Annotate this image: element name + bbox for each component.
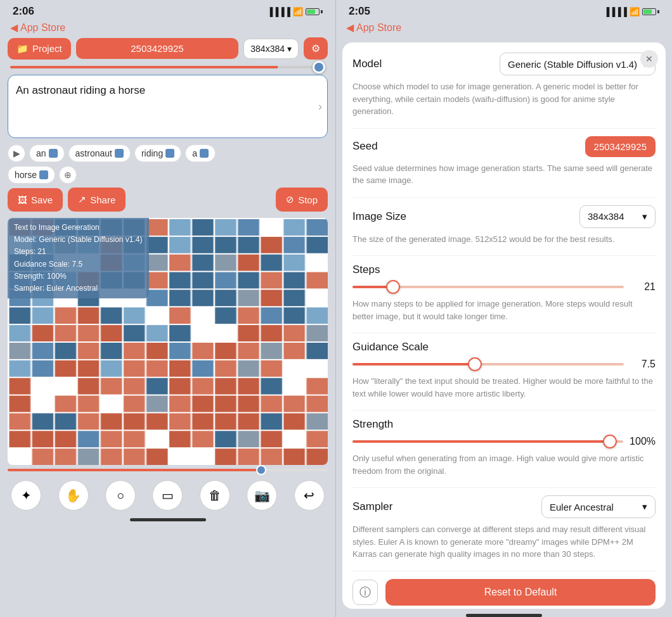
tag-astronaut[interactable]: astronaut [68, 144, 131, 162]
history-tool[interactable]: ↩ [294, 480, 325, 511]
seed-label: Seed [352, 140, 378, 153]
settings-panel: ✕ Model Generic (Stable Diffusion v1.4) … [342, 42, 666, 609]
guidance-slider[interactable] [352, 363, 624, 366]
right-phone: 2:05 ▐▐▐▐ 📶 ◀ App Store ✕ Model Generic … [336, 0, 672, 617]
seed-row: Seed 2503429925 [352, 136, 656, 157]
sliders-icon: ⚙ [311, 43, 320, 54]
tag-an[interactable]: an [29, 144, 65, 162]
tag-astronaut-label: astronaut [75, 148, 112, 158]
play-icon: ▶ [13, 148, 20, 158]
save-button[interactable]: 🖼 Save [8, 188, 63, 212]
battery-icon-left [306, 8, 323, 15]
steps-slider-row: 21 [352, 281, 656, 293]
seed-button[interactable]: 2503429925 [76, 38, 239, 59]
divider-4 [352, 333, 656, 333]
eraser-tool[interactable]: ○ [105, 480, 136, 511]
back-arrow-left: ◀ [10, 22, 18, 34]
info-button[interactable]: ⓘ [352, 580, 378, 605]
sampler-row: Sampler Euler Ancestral ▾ [352, 495, 656, 518]
tag-play-button[interactable]: ▶ [8, 144, 25, 162]
project-button[interactable]: 📁 Project [8, 38, 71, 60]
back-arrow-right: ◀ [346, 22, 354, 34]
camera-icon: 📷 [254, 488, 270, 503]
model-row: Model Generic (Stable Diffusion v1.4) ▾ [352, 53, 656, 75]
guidance-value: 7.5 [630, 359, 656, 370]
history-icon: ↩ [304, 488, 314, 503]
seed-value-button[interactable]: 2503429925 [585, 136, 656, 157]
info-line5: Strength: 100% [14, 270, 143, 283]
strength-label-row: Strength [352, 418, 656, 431]
strength-slider-row: 100% [352, 436, 656, 447]
app-store-back-right[interactable]: ◀ App Store [336, 20, 672, 37]
wifi-icon-right: 📶 [630, 7, 640, 16]
divider-6 [352, 487, 656, 488]
tag-horse-icon [39, 170, 48, 179]
guidance-slider-row: 7.5 [352, 359, 656, 370]
image-size-dropdown[interactable]: 384x384 ▾ [579, 205, 656, 228]
settings-button[interactable]: ⚙ [304, 37, 328, 60]
tag-add-button[interactable]: ⊕ [59, 166, 77, 184]
info-icon: ⓘ [359, 585, 371, 600]
stamp-tool[interactable]: ▭ [152, 480, 183, 511]
app-store-back-left[interactable]: ◀ App Store [0, 20, 335, 37]
tag-an-label: an [36, 148, 46, 158]
top-toolbar: 📁 Project 2503429925 384x384 ▾ ⚙ [8, 37, 328, 60]
stop-label: Stop [298, 194, 318, 205]
tag-an-icon [49, 149, 58, 158]
project-label: Project [32, 43, 62, 54]
time-right: 2:05 [349, 5, 370, 18]
sampler-label: Sampler [352, 500, 392, 513]
guidance-fill [352, 363, 475, 366]
signal-icon-right: ▐▐▐▐ [604, 7, 627, 16]
strength-fill [352, 440, 610, 443]
share-button[interactable]: ↗ Share [68, 188, 126, 212]
status-icons-left: ▐▐▐▐ 📶 [267, 7, 323, 16]
seed-desc: Seed value determines how image generati… [352, 162, 656, 187]
size-chevron: ▾ [287, 44, 292, 54]
image-size-desc: The size of the generated image. 512x512… [352, 233, 656, 246]
model-dropdown[interactable]: Generic (Stable Diffusion v1.4) ▾ [500, 53, 656, 75]
steps-value: 21 [630, 281, 656, 293]
tag-horse-label: horse [15, 170, 37, 180]
stop-button[interactable]: ⊘ Stop [276, 188, 328, 212]
left-phone: 2:06 ▐▐▐▐ 📶 ◀ App Store 📁 Project 250342… [0, 0, 336, 617]
tags-row-1: ▶ an astronaut riding a [8, 144, 328, 162]
status-bar-left: 2:06 ▐▐▐▐ 📶 [0, 0, 335, 20]
magic-wand-icon: ✦ [21, 488, 32, 503]
tag-astronaut-icon [115, 149, 124, 158]
settings-bottom: ⓘ Reset to Default [352, 571, 656, 608]
eraser-icon: ○ [117, 488, 124, 503]
steps-label-row: Steps [352, 264, 656, 276]
delete-tool[interactable]: 🗑 [200, 480, 230, 511]
steps-slider[interactable] [352, 286, 624, 288]
hand-tool[interactable]: ✋ [58, 480, 89, 511]
divider-2 [352, 197, 656, 198]
scrollbar-thumb [8, 469, 264, 471]
bottom-scrollbar[interactable] [8, 469, 328, 471]
sampler-chevron: ▾ [642, 501, 647, 512]
strength-track [352, 440, 623, 443]
main-slider[interactable] [8, 66, 328, 68]
guidance-track [352, 363, 624, 366]
reset-button[interactable]: Reset to Default [385, 579, 656, 606]
size-button[interactable]: 384x384 ▾ [243, 39, 299, 59]
camera-tool[interactable]: 📷 [247, 480, 277, 511]
stop-icon: ⊘ [286, 194, 294, 205]
tag-a[interactable]: a [185, 144, 216, 162]
prompt-box[interactable]: An astronaut riding a horse › [8, 75, 328, 138]
magic-wand-tool[interactable]: ✦ [11, 480, 41, 511]
app-store-label-left: App Store [20, 22, 65, 34]
image-size-value: 384x384 [588, 211, 624, 222]
guidance-label-row: Guidance Scale [352, 341, 656, 353]
sampler-dropdown[interactable]: Euler Ancestral ▾ [541, 495, 656, 518]
strength-label: Strength [352, 418, 393, 431]
tag-horse[interactable]: horse [8, 166, 55, 184]
close-button[interactable]: ✕ [640, 50, 658, 68]
model-desc: Choose which model to use for image gene… [352, 80, 656, 118]
tag-riding[interactable]: riding [134, 144, 181, 162]
home-bar-right [466, 614, 542, 617]
info-line4: Guidance Scale: 7.5 [14, 258, 143, 270]
strength-slider[interactable] [352, 440, 623, 443]
divider-3 [352, 255, 656, 256]
sampler-desc: Different samplers can converge at diffe… [352, 523, 656, 561]
